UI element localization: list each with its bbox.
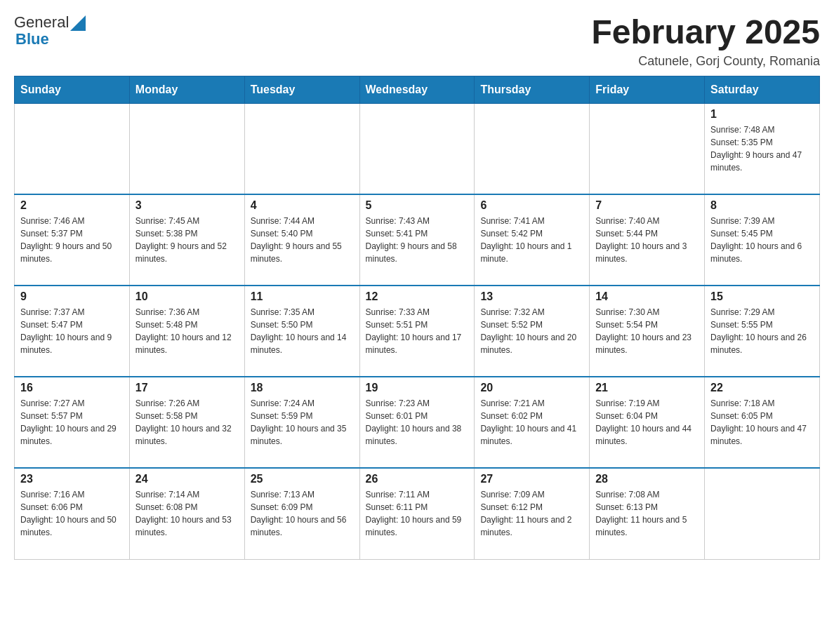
day-number: 23 (20, 473, 124, 485)
calendar-day-cell: 26Sunrise: 7:11 AMSunset: 6:11 PMDayligh… (359, 468, 475, 559)
calendar-day-cell: 24Sunrise: 7:14 AMSunset: 6:08 PMDayligh… (129, 468, 244, 559)
day-of-week-header: Saturday (705, 76, 820, 103)
day-info: Sunrise: 7:09 AMSunset: 6:12 PMDaylight:… (480, 488, 583, 539)
day-info: Sunrise: 7:26 AMSunset: 5:58 PMDaylight:… (135, 397, 239, 448)
day-of-week-header: Sunday (15, 76, 130, 103)
calendar-day-cell: 5Sunrise: 7:43 AMSunset: 5:41 PMDaylight… (359, 194, 475, 286)
day-number: 6 (480, 199, 583, 212)
day-number: 4 (251, 199, 354, 212)
day-info: Sunrise: 7:40 AMSunset: 5:44 PMDaylight:… (595, 215, 699, 265)
calendar-day-cell: 28Sunrise: 7:08 AMSunset: 6:13 PMDayligh… (590, 468, 705, 559)
day-info: Sunrise: 7:33 AMSunset: 5:51 PMDaylight:… (366, 306, 469, 356)
day-number: 1 (710, 108, 814, 121)
calendar-day-cell: 2Sunrise: 7:46 AMSunset: 5:37 PMDaylight… (15, 194, 130, 286)
day-number: 3 (135, 199, 239, 212)
day-number: 12 (366, 290, 469, 303)
calendar-header-row: SundayMondayTuesdayWednesdayThursdayFrid… (15, 76, 820, 103)
title-block: February 2025 Catunele, Gorj County, Rom… (591, 14, 820, 69)
day-number: 2 (20, 199, 124, 212)
page-header: General Blue February 2025 Catunele, Gor… (14, 14, 820, 69)
day-info: Sunrise: 7:24 AMSunset: 5:59 PMDaylight:… (251, 397, 354, 448)
day-number: 16 (20, 382, 124, 394)
day-info: Sunrise: 7:45 AMSunset: 5:38 PMDaylight:… (135, 215, 239, 265)
day-info: Sunrise: 7:30 AMSunset: 5:54 PMDaylight:… (595, 306, 699, 356)
day-number: 7 (595, 199, 699, 212)
day-number: 27 (480, 473, 583, 485)
day-info: Sunrise: 7:37 AMSunset: 5:47 PMDaylight:… (20, 306, 124, 356)
day-info: Sunrise: 7:36 AMSunset: 5:48 PMDaylight:… (135, 306, 239, 356)
calendar-table: SundayMondayTuesdayWednesdayThursdayFrid… (14, 76, 820, 560)
day-of-week-header: Wednesday (359, 76, 475, 103)
calendar-day-cell: 19Sunrise: 7:23 AMSunset: 6:01 PMDayligh… (359, 377, 475, 468)
day-number: 22 (710, 382, 814, 394)
calendar-day-cell (590, 103, 705, 194)
day-info: Sunrise: 7:16 AMSunset: 6:06 PMDaylight:… (20, 488, 124, 539)
calendar-week-row: 9Sunrise: 7:37 AMSunset: 5:47 PMDaylight… (15, 286, 820, 377)
day-of-week-header: Tuesday (244, 76, 359, 103)
day-info: Sunrise: 7:32 AMSunset: 5:52 PMDaylight:… (480, 306, 583, 356)
calendar-day-cell: 10Sunrise: 7:36 AMSunset: 5:48 PMDayligh… (129, 286, 244, 377)
day-info: Sunrise: 7:27 AMSunset: 5:57 PMDaylight:… (20, 397, 124, 448)
calendar-day-cell (475, 103, 590, 194)
day-info: Sunrise: 7:41 AMSunset: 5:42 PMDaylight:… (480, 215, 583, 265)
day-number: 11 (251, 290, 354, 303)
calendar-day-cell: 14Sunrise: 7:30 AMSunset: 5:54 PMDayligh… (590, 286, 705, 377)
day-number: 24 (135, 473, 239, 485)
day-info: Sunrise: 7:23 AMSunset: 6:01 PMDaylight:… (366, 397, 469, 448)
calendar-day-cell: 16Sunrise: 7:27 AMSunset: 5:57 PMDayligh… (15, 377, 130, 468)
calendar-day-cell (705, 468, 820, 559)
calendar-day-cell: 8Sunrise: 7:39 AMSunset: 5:45 PMDaylight… (705, 194, 820, 286)
calendar-day-cell: 15Sunrise: 7:29 AMSunset: 5:55 PMDayligh… (705, 286, 820, 377)
day-info: Sunrise: 7:48 AMSunset: 5:35 PMDaylight:… (710, 123, 814, 174)
day-info: Sunrise: 7:14 AMSunset: 6:08 PMDaylight:… (135, 488, 239, 539)
calendar-day-cell: 20Sunrise: 7:21 AMSunset: 6:02 PMDayligh… (475, 377, 590, 468)
day-number: 17 (135, 382, 239, 394)
calendar-title: February 2025 (591, 14, 820, 51)
day-info: Sunrise: 7:44 AMSunset: 5:40 PMDaylight:… (251, 215, 354, 265)
day-number: 18 (251, 382, 354, 394)
calendar-day-cell: 17Sunrise: 7:26 AMSunset: 5:58 PMDayligh… (129, 377, 244, 468)
calendar-day-cell (15, 103, 130, 194)
day-number: 8 (710, 199, 814, 212)
calendar-day-cell: 23Sunrise: 7:16 AMSunset: 6:06 PMDayligh… (15, 468, 130, 559)
calendar-day-cell: 7Sunrise: 7:40 AMSunset: 5:44 PMDaylight… (590, 194, 705, 286)
day-info: Sunrise: 7:29 AMSunset: 5:55 PMDaylight:… (710, 306, 814, 356)
day-info: Sunrise: 7:08 AMSunset: 6:13 PMDaylight:… (595, 488, 699, 539)
day-of-week-header: Thursday (475, 76, 590, 103)
calendar-day-cell: 1Sunrise: 7:48 AMSunset: 5:35 PMDaylight… (705, 103, 820, 194)
calendar-week-row: 23Sunrise: 7:16 AMSunset: 6:06 PMDayligh… (15, 468, 820, 559)
day-of-week-header: Monday (129, 76, 244, 103)
calendar-day-cell: 18Sunrise: 7:24 AMSunset: 5:59 PMDayligh… (244, 377, 359, 468)
calendar-day-cell (359, 103, 475, 194)
day-info: Sunrise: 7:39 AMSunset: 5:45 PMDaylight:… (710, 215, 814, 265)
calendar-day-cell: 9Sunrise: 7:37 AMSunset: 5:47 PMDaylight… (15, 286, 130, 377)
day-info: Sunrise: 7:11 AMSunset: 6:11 PMDaylight:… (366, 488, 469, 539)
day-number: 26 (366, 473, 469, 485)
logo: General Blue (14, 14, 86, 48)
day-number: 25 (251, 473, 354, 485)
day-info: Sunrise: 7:19 AMSunset: 6:04 PMDaylight:… (595, 397, 699, 448)
calendar-week-row: 2Sunrise: 7:46 AMSunset: 5:37 PMDaylight… (15, 194, 820, 286)
day-info: Sunrise: 7:13 AMSunset: 6:09 PMDaylight:… (251, 488, 354, 539)
day-number: 20 (480, 382, 583, 394)
calendar-subtitle: Catunele, Gorj County, Romania (591, 54, 820, 69)
day-of-week-header: Friday (590, 76, 705, 103)
calendar-day-cell: 11Sunrise: 7:35 AMSunset: 5:50 PMDayligh… (244, 286, 359, 377)
day-number: 14 (595, 290, 699, 303)
day-number: 13 (480, 290, 583, 303)
calendar-day-cell: 3Sunrise: 7:45 AMSunset: 5:38 PMDaylight… (129, 194, 244, 286)
day-info: Sunrise: 7:21 AMSunset: 6:02 PMDaylight:… (480, 397, 583, 448)
calendar-day-cell: 6Sunrise: 7:41 AMSunset: 5:42 PMDaylight… (475, 194, 590, 286)
calendar-day-cell: 21Sunrise: 7:19 AMSunset: 6:04 PMDayligh… (590, 377, 705, 468)
calendar-day-cell: 27Sunrise: 7:09 AMSunset: 6:12 PMDayligh… (475, 468, 590, 559)
day-info: Sunrise: 7:35 AMSunset: 5:50 PMDaylight:… (251, 306, 354, 356)
day-number: 19 (366, 382, 469, 394)
calendar-day-cell (244, 103, 359, 194)
day-number: 10 (135, 290, 239, 303)
day-number: 28 (595, 473, 699, 485)
svg-marker-0 (70, 15, 86, 31)
day-info: Sunrise: 7:18 AMSunset: 6:05 PMDaylight:… (710, 397, 814, 448)
day-number: 21 (595, 382, 699, 394)
logo-text-general: General (14, 14, 69, 31)
day-number: 9 (20, 290, 124, 303)
